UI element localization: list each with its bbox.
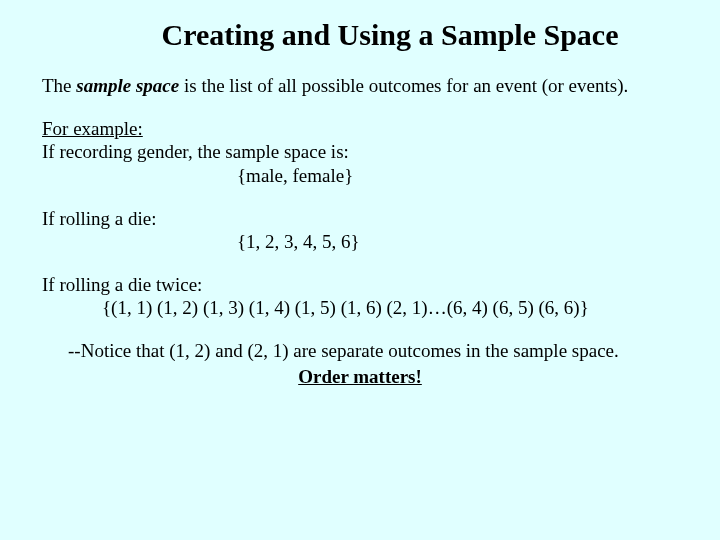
intro-term: sample space: [76, 75, 179, 96]
slide-body: The sample space is the list of all poss…: [42, 74, 678, 388]
example-2-space: {1, 2, 3, 4, 5, 6}: [237, 230, 678, 253]
slide-title: Creating and Using a Sample Space: [102, 18, 678, 52]
slide: Creating and Using a Sample Space The sa…: [0, 0, 720, 540]
example-3-space: {(1, 1) (1, 2) (1, 3) (1, 4) (1, 5) (1, …: [102, 296, 678, 319]
example-label-text: For example:: [42, 118, 143, 139]
example-label: For example:: [42, 117, 678, 140]
intro-paragraph: The sample space is the list of all poss…: [42, 74, 678, 97]
example-1-prompt: If recording gender, the sample space is…: [42, 140, 678, 163]
example-1-space: {male, female}: [237, 164, 678, 187]
example-3-prompt: If rolling a die twice:: [42, 273, 678, 296]
notice-text: --Notice that (1, 2) and (2, 1) are sepa…: [68, 339, 678, 362]
example-2-prompt: If rolling a die:: [42, 207, 678, 230]
intro-post: is the list of all possible outcomes for…: [179, 75, 628, 96]
order-matters: Order matters!: [42, 365, 678, 388]
intro-pre: The: [42, 75, 76, 96]
